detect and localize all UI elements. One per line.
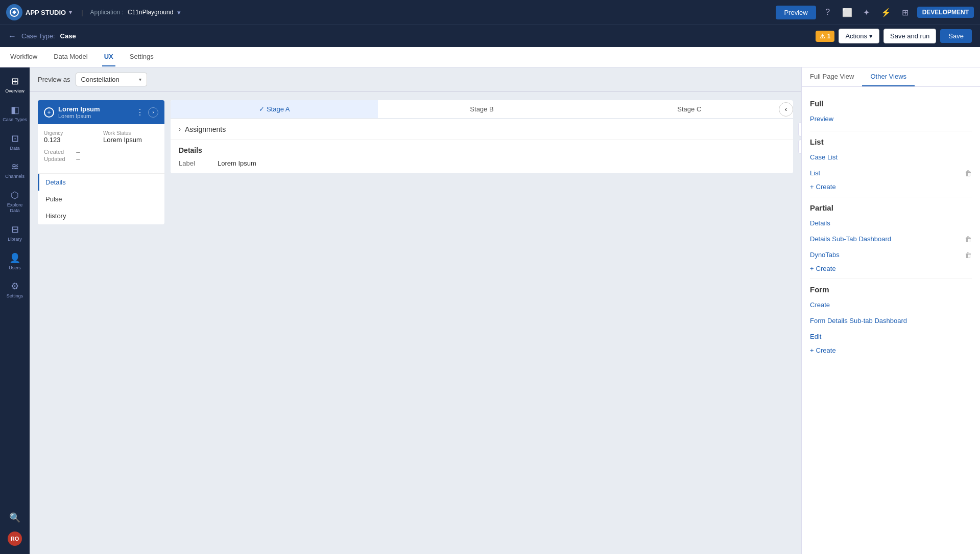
case-nav: Details Pulse History [38, 173, 164, 224]
actions-button[interactable]: Actions ▾ [839, 29, 879, 43]
app-name: APP STUDIO [26, 9, 66, 16]
partial-create-row[interactable]: + Create [810, 263, 972, 274]
partial-section-title: Partial [810, 203, 972, 212]
form-details-link[interactable]: Form Details Sub-tab Dashboard [810, 314, 907, 327]
svg-marker-1 [374, 100, 378, 118]
preview-button[interactable]: Preview [776, 6, 816, 19]
details-label-key: Label [179, 159, 209, 167]
dynotabs-delete-icon[interactable]: 🗑 [965, 251, 972, 259]
preview-select-value: Constellation [81, 76, 136, 83]
assignments-row[interactable]: › Assignments [171, 119, 793, 140]
sidebar-label-channels: Channels [5, 174, 25, 179]
case-type-name: Case [60, 32, 76, 40]
divider-2 [810, 197, 972, 197]
right-panel-tabs: Full Page View Other Views [802, 67, 980, 87]
case-more-button[interactable]: ⋮ [136, 107, 144, 117]
stage-c[interactable]: Stage C [586, 100, 793, 118]
back-button[interactable]: ← [8, 32, 16, 41]
case-expand-button[interactable]: › [148, 107, 158, 118]
monitor-icon-button[interactable]: ⬜ [840, 5, 855, 20]
sidebar-label-case-types: Case Types [3, 117, 27, 123]
details-row: Label Lorem Ipsum [179, 159, 785, 167]
nav-history[interactable]: History [38, 207, 164, 224]
tab-data-model[interactable]: Data Model [52, 48, 89, 66]
help-icon-button[interactable]: ? [820, 5, 835, 20]
sidebar-item-library[interactable]: ⊟ Library [0, 220, 30, 246]
users-icon: 👤 [9, 252, 20, 264]
star-icon-button[interactable]: ✦ [859, 5, 874, 20]
edit-grid-button[interactable]: ⊞ [798, 140, 801, 154]
content-area: Preview as Constellation ▾ + Lorem Ipsum… [30, 67, 801, 554]
sidebar-item-case-types[interactable]: ◧ Case Types [0, 100, 30, 127]
details-sub-row: Details Sub-Tab Dashboard 🗑 [810, 231, 972, 247]
save-run-button[interactable]: Save and run [883, 29, 936, 43]
save-button[interactable]: Save [940, 29, 972, 43]
stage-content-wrapper: ✓ Stage A Stage B Stage C ‹ › [171, 100, 793, 546]
preview-link[interactable]: Preview [810, 112, 833, 125]
list-create-row[interactable]: + Create [810, 181, 972, 193]
application-label: Application : [90, 9, 124, 16]
case-list-link[interactable]: Case List [810, 151, 838, 164]
full-section-title: Full [810, 99, 972, 108]
sidebar-item-data[interactable]: ⊡ Data [0, 129, 30, 155]
form-edit-link[interactable]: Edit [810, 330, 821, 343]
sidebar-item-explore-data[interactable]: ⬡ Explore Data [0, 186, 30, 218]
list-row: List 🗑 [810, 165, 972, 181]
created-label: Created [44, 149, 72, 155]
sidebar-item-settings[interactable]: ⚙ Settings [0, 276, 30, 303]
case-list-row: Case List [810, 149, 972, 165]
people-icon-button[interactable]: ⊞ [898, 5, 913, 20]
bolt-icon-button[interactable]: ⚡ [878, 5, 894, 20]
nav-details[interactable]: Details [38, 174, 164, 191]
details-sub-delete-icon[interactable]: 🗑 [965, 235, 972, 243]
form-plus-create-row[interactable]: + Create [810, 344, 972, 356]
avatar[interactable]: RO [8, 532, 22, 546]
form-create-link[interactable]: Create [810, 298, 830, 311]
tab-full-page-view[interactable]: Full Page View [802, 67, 862, 86]
preview-as-label: Preview as [38, 76, 70, 83]
sidebar-label-data: Data [10, 146, 19, 151]
stage-c-label: Stage C [677, 105, 701, 113]
tab-other-views[interactable]: Other Views [862, 67, 915, 86]
list-link[interactable]: List [810, 167, 820, 179]
details-section-label: Details [179, 146, 785, 154]
case-title: Lorem Ipsum [58, 105, 132, 113]
app-dropdown[interactable]: ▾ [69, 9, 72, 16]
search-button[interactable]: 🔍 [7, 508, 22, 527]
tab-ux[interactable]: UX [102, 48, 115, 66]
top-bar-right: Preview ? ⬜ ✦ ⚡ ⊞ DEVELOPMENT [776, 5, 974, 20]
sidebar-label-library: Library [8, 237, 22, 242]
nav-pulse[interactable]: Pulse [38, 191, 164, 207]
details-link[interactable]: Details [810, 217, 830, 229]
sidebar-item-overview[interactable]: ⊞ Overview [0, 72, 30, 98]
logo: APP STUDIO ▾ [6, 4, 72, 20]
case-card-header: + Lorem Ipsum Lorem Ipsum ⋮ › [38, 100, 164, 124]
form-create-row: Create [810, 297, 972, 313]
application-dropdown-icon[interactable]: ▾ [177, 9, 181, 16]
dynotabs-link[interactable]: DynoTabs [810, 248, 840, 261]
preview-select[interactable]: Constellation ▾ [76, 73, 147, 86]
details-sub-link[interactable]: Details Sub-Tab Dashboard [810, 233, 891, 245]
sidebar-item-channels[interactable]: ≋ Channels [0, 157, 30, 183]
stage-expand-button[interactable]: ‹ [779, 102, 793, 117]
dev-badge: DEVELOPMENT [917, 7, 974, 18]
case-card: + Lorem Ipsum Lorem Ipsum ⋮ › Urgency 0.… [38, 100, 164, 224]
list-delete-icon[interactable]: 🗑 [965, 169, 972, 177]
sidebar-label-users: Users [9, 265, 21, 271]
warning-badge[interactable]: ⚠ 1 [816, 31, 835, 42]
separator: | [81, 9, 83, 16]
dynotabs-row: DynoTabs 🗑 [810, 247, 972, 263]
updated-value: -- [76, 156, 80, 162]
stage-a[interactable]: ✓ Stage A [171, 100, 378, 118]
tab-settings[interactable]: Settings [128, 48, 156, 66]
sidebar-item-users[interactable]: 👤 Users [0, 248, 30, 275]
urgency-value: 0.123 [44, 136, 99, 144]
edit-pencil-button[interactable]: ✏ [798, 122, 801, 136]
chevron-down-icon: ▾ [139, 77, 141, 82]
stage-b[interactable]: Stage B [378, 100, 585, 118]
form-create-label: Create [816, 347, 836, 354]
explore-icon: ⬡ [11, 190, 19, 201]
partial-create-plus-icon: + [810, 265, 814, 272]
tab-workflow[interactable]: Workflow [8, 48, 39, 66]
list-section-title: List [810, 137, 972, 146]
